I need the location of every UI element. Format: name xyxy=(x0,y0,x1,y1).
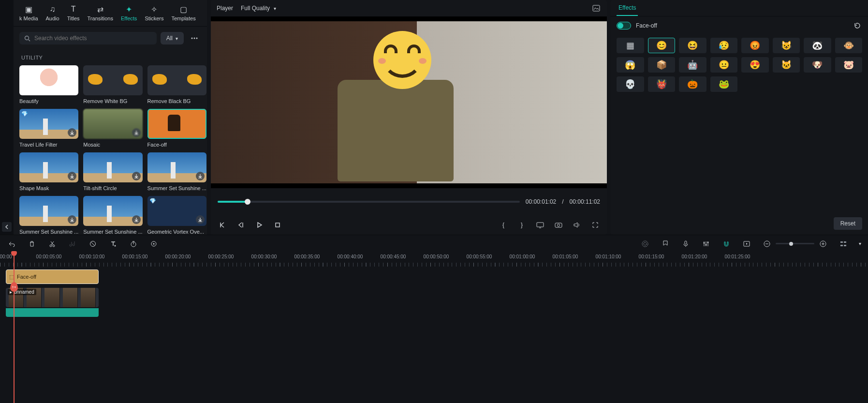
play-button[interactable] xyxy=(254,220,264,230)
nav-tab-templates[interactable]: ▢Templates xyxy=(168,3,200,23)
download-icon[interactable] xyxy=(68,215,76,224)
nav-tab-audio[interactable]: ♫Audio xyxy=(42,3,63,23)
text-tool-button[interactable] xyxy=(108,239,118,249)
color-button[interactable] xyxy=(149,239,159,249)
face-option[interactable]: 🐶 xyxy=(804,57,831,73)
download-icon[interactable] xyxy=(132,215,141,224)
fullscreen-button[interactable] xyxy=(590,220,600,230)
quality-dropdown[interactable]: Full Quality ▾ xyxy=(241,5,276,12)
scrub-knob[interactable] xyxy=(245,199,250,205)
nav-tab-transitions[interactable]: ⇄Transitions xyxy=(84,3,117,23)
video-preview[interactable] xyxy=(211,16,607,188)
effect-thumb[interactable] xyxy=(83,196,142,226)
clip-audio[interactable] xyxy=(6,308,99,317)
effect-thumb[interactable]: 💎 xyxy=(147,196,206,226)
effect-thumb[interactable] xyxy=(19,196,78,226)
collapse-left-button[interactable] xyxy=(2,222,12,232)
effect-card-summer-set-sunshine-[interactable]: Summer Set Sunshine ... xyxy=(19,196,78,235)
effect-thumb[interactable] xyxy=(147,109,206,139)
face-option[interactable]: 😊 xyxy=(648,38,676,53)
face-option[interactable]: 🐵 xyxy=(835,38,863,53)
face-option[interactable]: 😺 xyxy=(773,38,800,53)
download-icon[interactable] xyxy=(196,215,205,224)
zoom-in-button[interactable] xyxy=(818,239,828,249)
display-device-button[interactable] xyxy=(535,220,545,230)
face-option[interactable]: 🐷 xyxy=(835,57,863,73)
face-option[interactable]: 👹 xyxy=(648,76,676,92)
effect-card-summer-set-sunshine-[interactable]: Summer Set Sunshine ... xyxy=(83,196,142,235)
face-option[interactable]: 🎃 xyxy=(679,76,706,92)
effect-thumb[interactable] xyxy=(19,152,78,182)
camera-icon[interactable] xyxy=(554,220,563,230)
effect-card-summer-set-sunshine-[interactable]: Summer Set Sunshine ... xyxy=(147,152,206,191)
chevron-down-icon[interactable]: ▾ xyxy=(859,241,861,246)
nav-tab-effects[interactable]: ✦Effects xyxy=(117,3,141,23)
zoom-out-button[interactable] xyxy=(762,239,772,249)
track-options-button[interactable] xyxy=(839,239,848,249)
download-icon[interactable] xyxy=(68,128,76,137)
crop-button[interactable] xyxy=(88,239,98,249)
download-icon[interactable] xyxy=(68,172,76,180)
reset-button[interactable]: Reset xyxy=(834,217,862,230)
mixer-button[interactable] xyxy=(701,239,711,249)
playhead[interactable] xyxy=(14,252,15,403)
timeline-ruler[interactable]: 00:0000:00:05:0000:00:10:0000:00:15:0000… xyxy=(0,252,868,269)
nav-tab-titles[interactable]: TTitles xyxy=(63,3,84,23)
clip-video-unnamed[interactable]: ▸unnamed xyxy=(6,288,99,307)
effect-card-shape-mask[interactable]: Shape Mask xyxy=(19,152,78,191)
scrub-bar[interactable] xyxy=(218,201,520,203)
volume-button[interactable] xyxy=(572,220,582,230)
inspector-tab-effects[interactable]: Effects xyxy=(617,0,638,16)
stop-button[interactable] xyxy=(273,220,282,230)
nav-tab-k-media[interactable]: ▣k Media xyxy=(15,3,42,23)
face-option[interactable]: 😱 xyxy=(617,57,644,73)
nav-tab-stickers[interactable]: ✧Stickers xyxy=(141,3,167,23)
search-input[interactable] xyxy=(34,35,152,42)
filter-all-dropdown[interactable]: All ▾ xyxy=(161,32,184,45)
effect-card-travel-life-filter[interactable]: 💎Travel Life Filter xyxy=(19,109,78,148)
delete-button[interactable] xyxy=(27,239,37,249)
mark-out-button[interactable]: } xyxy=(517,220,527,230)
prev-frame-button[interactable] xyxy=(218,220,227,230)
magnetic-button[interactable] xyxy=(721,239,731,249)
auto-ripple-button[interactable] xyxy=(640,239,650,249)
undo-button[interactable] xyxy=(7,239,16,249)
tracks-area[interactable]: ⬚ Face-off ▸unnamed xyxy=(0,269,868,282)
voiceover-button[interactable] xyxy=(681,239,691,249)
library-more-button[interactable] xyxy=(188,31,201,45)
face-option[interactable]: 😐 xyxy=(710,57,738,73)
face-option[interactable]: ▦ xyxy=(617,38,644,53)
search-effects[interactable] xyxy=(19,32,157,45)
face-option[interactable]: 🐱 xyxy=(773,57,800,73)
reset-section-button[interactable] xyxy=(853,21,862,30)
effect-card-geometric-vortex-ove-[interactable]: 💎Geometric Vortex Ove... xyxy=(147,196,206,235)
download-icon[interactable] xyxy=(132,172,141,180)
effect-thumb[interactable] xyxy=(147,65,206,95)
split-button[interactable] xyxy=(47,239,57,249)
effect-card-mosaic[interactable]: Mosaic xyxy=(83,109,142,148)
face-option[interactable]: 😥 xyxy=(710,38,738,53)
download-icon[interactable] xyxy=(132,128,141,137)
face-option[interactable]: 📦 xyxy=(648,57,676,73)
effect-card-remove-white-bg[interactable]: Remove White BG xyxy=(83,65,142,104)
effect-thumb[interactable] xyxy=(83,109,142,139)
snapshot-button[interactable] xyxy=(591,3,601,13)
clip-effect-faceoff[interactable]: ⬚ Face-off xyxy=(6,269,99,284)
effect-card-remove-black-bg[interactable]: Remove Black BG xyxy=(147,65,206,104)
effect-thumb[interactable] xyxy=(19,65,78,95)
effect-card-tilt-shift-circle[interactable]: Tilt-shift Circle xyxy=(83,152,142,191)
effect-card-beautify[interactable]: Beautify xyxy=(19,65,78,104)
render-button[interactable] xyxy=(742,239,751,249)
effect-card-face-off[interactable]: Face-off xyxy=(147,109,206,148)
face-option[interactable]: 🤖 xyxy=(679,57,706,73)
effect-thumb[interactable] xyxy=(83,65,142,95)
effect-thumb[interactable] xyxy=(147,152,206,182)
effect-thumb[interactable] xyxy=(83,152,142,182)
step-back-button[interactable] xyxy=(236,220,246,230)
face-option[interactable]: 🐸 xyxy=(710,76,738,92)
face-option[interactable]: 😡 xyxy=(741,38,769,53)
face-option[interactable]: 😆 xyxy=(679,38,706,53)
download-icon[interactable] xyxy=(196,172,205,180)
face-option[interactable]: 😍 xyxy=(741,57,769,73)
zoom-slider[interactable] xyxy=(776,243,814,244)
